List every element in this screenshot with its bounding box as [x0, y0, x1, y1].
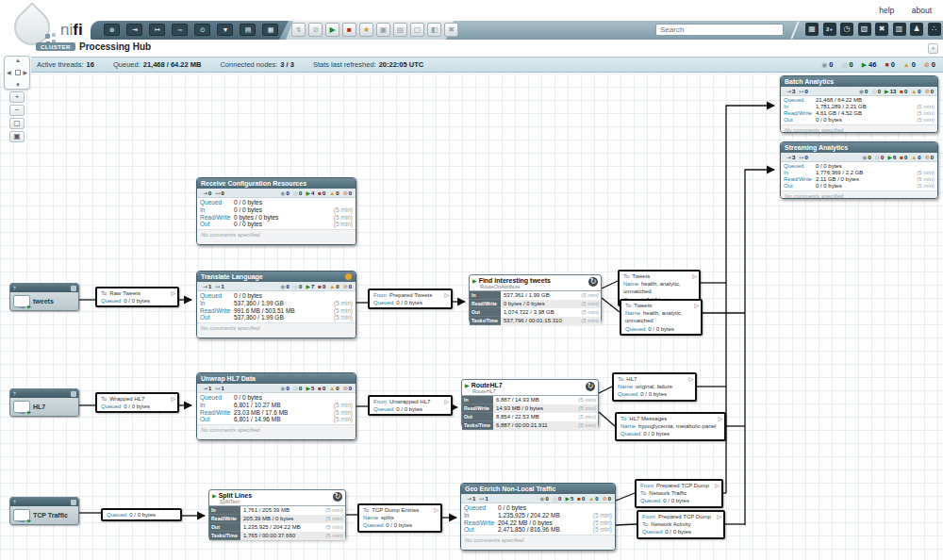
fill-color-button[interactable]: ◧	[427, 23, 441, 37]
connection-to-hl7[interactable]: ▷ ToHL7 Nameoriginal, failure Queued0 / …	[612, 372, 697, 402]
input-ports-icon: ⇥	[203, 386, 207, 391]
invalid-icon: ▲	[903, 61, 910, 68]
running-state-icon: ▶	[472, 277, 477, 284]
expand-icon[interactable]: ▷	[717, 513, 721, 520]
process-group-streaming-analytics[interactable]: Streaming Analytics ⇥3↦0 ◉0◎0▶6■0▲0⊘0 Qu…	[780, 141, 938, 199]
start-button[interactable]: ▶	[325, 23, 339, 37]
expand-icon[interactable]: ▷	[171, 395, 175, 403]
processor-name: Find interesting tweets	[479, 277, 551, 284]
pan-left-icon[interactable]: ◀	[7, 69, 11, 75]
group-button[interactable]: ▢	[410, 23, 424, 37]
summary-icon[interactable]: ▦	[805, 23, 819, 36]
expand-icon[interactable]: ▷	[688, 375, 693, 383]
process-group-batch-analytics[interactable]: Batch Analytics ⇥3↦0 ◉0◎0▶13■0▲0⊘0 Queue…	[780, 75, 938, 133]
zoom-out-button[interactable]: −	[9, 105, 25, 116]
pan-down-icon[interactable]: ▼	[15, 82, 21, 88]
save-template-button[interactable]: ★	[359, 23, 373, 37]
input-port-tcp-traffic[interactable]: ⇡ →▶TCP Traffic	[9, 497, 79, 525]
process-group-header[interactable]: Translate Language	[197, 272, 356, 282]
templates-icon[interactable]: ▥	[893, 23, 906, 36]
expand-icon[interactable]: ▷	[444, 398, 449, 405]
transmitting-count: ◉0	[821, 60, 833, 69]
connection-to-wrapped-hl7[interactable]: ▷ ToWrapped HL7 Queued0 / 0 bytes	[95, 392, 179, 413]
delete-button[interactable]: ✖	[444, 23, 458, 37]
process-group-header[interactable]: Geo Enrich Non-Local Traffic	[461, 484, 615, 494]
connection-to-network-traffic[interactable]: ▷ FromPrepared TCP Dump ToNetwork Traffi…	[635, 479, 723, 508]
connection-to-tcp-dump-entries[interactable]: ▷ ToTCP Dump Entries Namesplits Queued0 …	[357, 503, 442, 533]
counters-icon[interactable]: 2+	[823, 23, 836, 36]
process-group-name: Receive Configuration Resources	[201, 180, 306, 187]
template-icon[interactable]: ▤	[240, 24, 256, 36]
disabled-icon: ⊘	[603, 496, 607, 502]
controller-settings-icon[interactable]: ✖	[875, 23, 888, 36]
stop-button[interactable]: ■	[342, 23, 356, 37]
stopped-icon: ■	[577, 496, 581, 502]
pan-center[interactable]	[15, 70, 21, 75]
expand-icon[interactable]: ▷	[694, 302, 699, 309]
funnel-icon[interactable]: ▼	[217, 24, 233, 36]
port-name: HL7	[33, 404, 45, 410]
provenance-icon[interactable]: ◷	[840, 23, 853, 36]
stopped-count: ■0	[885, 60, 894, 69]
process-group-icon[interactable]: ◦◦◦	[172, 24, 188, 36]
process-group-translate-language[interactable]: Translate Language ⇥1↦1 ◉0◎0▶7■0▲0⊘0 Que…	[196, 271, 356, 338]
process-group-stats-strip: ⇥1↦1 ◉0◎0▶5■0▲0⊘0	[461, 494, 615, 503]
process-group-header[interactable]: Batch Analytics	[781, 76, 937, 87]
expand-icon[interactable]: ▷	[692, 272, 697, 280]
process-group-unwrap-hl7-data[interactable]: Unwrap HL7 Data ⇥1↦1 ◉0◎0▶5■0▲0⊘0 Queued…	[196, 372, 356, 440]
input-port-tweets[interactable]: ⇡ →▶tweets	[9, 283, 79, 311]
expand-icon[interactable]: ▷	[718, 415, 722, 422]
expand-icon[interactable]: ▷	[444, 291, 449, 299]
output-port-icon[interactable]: ↦	[149, 24, 165, 36]
pan-up-icon[interactable]: ▲	[15, 58, 21, 63]
zoom-fit-button[interactable]: ▢	[9, 118, 25, 129]
port-name: tweets	[33, 298, 54, 305]
copy-button[interactable]: ▣	[376, 23, 390, 37]
connection-tcp-queued[interactable]: Queued0 / 0 bytes	[101, 508, 182, 521]
users-icon[interactable]: ♟	[910, 23, 923, 36]
zoom-actual-button[interactable]: ▣	[9, 131, 25, 142]
process-group-header[interactable]: Unwrap HL7 Data	[197, 373, 356, 384]
pan-right-icon[interactable]: ▶	[23, 69, 27, 75]
connection-to-tweets-streaming[interactable]: ▷ ToTweets Namehealth, analytic, unmatch…	[620, 299, 703, 336]
disable-button[interactable]: ⊘	[308, 23, 323, 37]
processor-find-interesting-tweets[interactable]: ↻ ▶Find interesting tweets RouteOnAttrib…	[469, 274, 602, 322]
connection-from-prepared-tweets[interactable]: ▷ FromPrepared Tweets Queued0 / 0 bytes	[368, 288, 453, 309]
process-group-header[interactable]: Receive Configuration Resources	[197, 178, 356, 189]
cluster-icon[interactable]: ∴	[928, 23, 941, 36]
breadcrumb[interactable]: Processing Hub	[79, 41, 151, 52]
processor-split-lines[interactable]: ↻ ▶Split Lines SplitText In1,761 / 205.3…	[208, 489, 346, 539]
processor-routehl7[interactable]: ↻ ▶RouteHL7 RouteHL7 In6,887 / 14.93 MB(…	[461, 379, 599, 427]
panel-toggle-button[interactable]: +	[928, 43, 938, 54]
processor-icon[interactable]: ⊛	[104, 24, 120, 36]
connection-to-network-activity[interactable]: ▷ FromPrepared TCP Dump ToNetwork Activi…	[637, 510, 725, 539]
label-icon[interactable]: ▦	[262, 24, 278, 36]
process-group-receive-configuration-resources[interactable]: Receive Configuration Resources ⇥0↦0 ◉0◎…	[196, 177, 356, 245]
expand-icon[interactable]: ▷	[434, 506, 438, 514]
connection-from-unwrapped-hl7[interactable]: ▷ FromUnwrapped HL7 Queued0 / 0 bytes	[368, 395, 453, 416]
input-port-icon[interactable]: ⇥	[126, 24, 142, 36]
help-link[interactable]: help	[879, 6, 894, 15]
flow-config-history-icon[interactable]: ▧	[858, 23, 871, 36]
input-port-hl7[interactable]: ⇡ →▶HL7	[9, 388, 79, 417]
enable-button[interactable]: ↯	[291, 23, 306, 37]
expand-icon[interactable]: ▷	[171, 289, 175, 297]
process-group-header[interactable]: Streaming Analytics	[781, 142, 937, 153]
input-port-icon: →▶	[13, 401, 30, 413]
expand-icon[interactable]: ▷	[715, 482, 720, 489]
cluster-badge: CLUSTER	[36, 42, 75, 51]
not-transmitting-icon: ◎	[553, 496, 557, 502]
search-input[interactable]	[655, 24, 784, 36]
remote-process-group-icon[interactable]: ⊙	[194, 24, 210, 36]
zoom-in-button[interactable]: +	[9, 91, 25, 103]
disabled-icon: ⊘	[925, 155, 930, 160]
comments: No comments specified	[197, 424, 356, 439]
process-group-geo-enrich-non-local-traffic[interactable]: Geo Enrich Non-Local Traffic ⇥1↦1 ◉0◎0▶5…	[460, 483, 616, 551]
connection-to-raw-tweets[interactable]: ▷ ToRaw Tweets Queued0 / 0 bytes	[95, 287, 179, 307]
paste-button[interactable]: ▤	[393, 23, 407, 37]
about-link[interactable]: about	[912, 6, 932, 15]
connection-to-hl7-messages[interactable]: ▷ ToHL7 Messages Namehypoglycemia, metab…	[615, 412, 726, 441]
pan-control[interactable]: ▲ ◀ ▶ ▼	[4, 56, 30, 90]
transmitting-icon: ◉	[280, 190, 285, 196]
process-group-name: Streaming Analytics	[785, 144, 848, 151]
